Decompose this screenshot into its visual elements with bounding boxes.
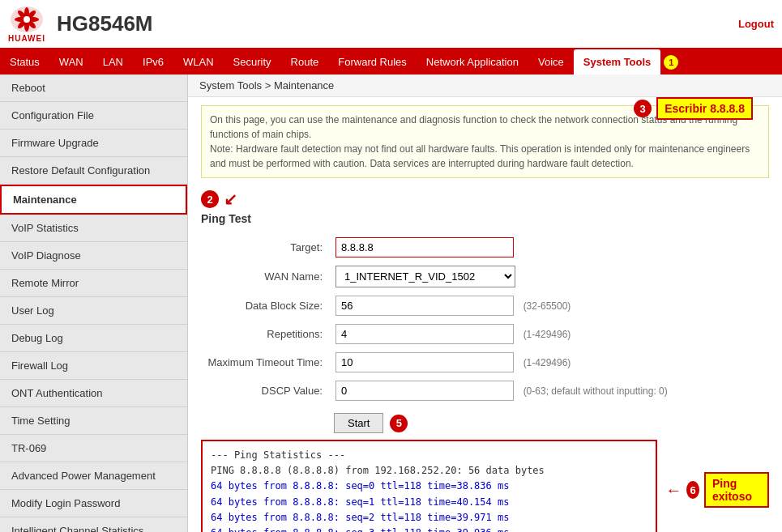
sidebar-item-voip-stats[interactable]: VoIP Statistics bbox=[0, 215, 187, 242]
nav-route[interactable]: Route bbox=[281, 49, 329, 74]
callout-5-badge: 5 bbox=[390, 415, 408, 432]
target-row: Target: bbox=[201, 233, 769, 262]
wan-name-label: WAN Name: bbox=[201, 262, 331, 292]
arrow-right-icon: ← bbox=[665, 481, 682, 500]
dscp-hint: (0-63; default without inputting: 0) bbox=[523, 385, 668, 397]
logout-button[interactable]: Logout bbox=[738, 18, 774, 30]
ping-output: --- Ping Statistics --- PING 8.8.8.8 (8.… bbox=[201, 440, 657, 532]
nav-badge: 1 bbox=[664, 55, 678, 70]
nav-network-app[interactable]: Network Application bbox=[417, 49, 528, 74]
sidebar-item-debug-log[interactable]: Debug Log bbox=[0, 325, 187, 352]
callout-3-badge: 3 bbox=[634, 100, 652, 117]
nav-wlan[interactable]: WLAN bbox=[173, 49, 224, 74]
nav-lan[interactable]: LAN bbox=[93, 49, 133, 74]
sidebar-item-power-mgmt[interactable]: Advanced Power Management bbox=[0, 462, 187, 490]
nav-security[interactable]: Security bbox=[224, 49, 281, 74]
arrow-down-icon: ↙ bbox=[224, 189, 237, 209]
sidebar-item-reboot[interactable]: Reboot bbox=[0, 74, 187, 102]
sidebar-item-user-log[interactable]: User Log bbox=[0, 297, 187, 325]
brand-name: HUAWEI bbox=[8, 34, 45, 43]
repetitions-hint: (1-429496) bbox=[523, 329, 571, 340]
wan-name-row: WAN Name: 1_INTERNET_R_VID_1502 1_TR069_… bbox=[201, 262, 769, 292]
sidebar-item-config-file[interactable]: Configuration File bbox=[0, 102, 187, 130]
sidebar-item-channel-stats[interactable]: Intelligent Channel Statistics bbox=[0, 517, 187, 532]
nav-wan[interactable]: WAN bbox=[49, 49, 93, 74]
callout-2-badge: 2 bbox=[201, 190, 219, 208]
huawei-logo-icon bbox=[9, 5, 45, 34]
callout-escribir: Escribir 8.8.8.8 bbox=[656, 97, 753, 120]
sidebar-item-restore[interactable]: Restore Default Configuration bbox=[0, 157, 187, 185]
callout-ping-exitoso: Ping exitoso bbox=[704, 472, 769, 508]
info-line4: and must be performed with caution. Data… bbox=[210, 158, 634, 169]
sidebar-item-voip-diagnose[interactable]: VoIP Diagnose bbox=[0, 242, 187, 270]
breadcrumb: System Tools > Maintenance bbox=[188, 74, 782, 97]
start-button[interactable]: Start bbox=[334, 413, 383, 433]
sidebar-item-remote-mirror[interactable]: Remote Mirror bbox=[0, 270, 187, 297]
sidebar-item-tr069[interactable]: TR-069 bbox=[0, 435, 187, 462]
info-line3: Note: Hardware fault detection may not f… bbox=[210, 143, 750, 155]
data-block-label: Data Block Size: bbox=[201, 292, 331, 320]
nav-status[interactable]: Status bbox=[0, 49, 49, 74]
info-line2: functions of main chips. bbox=[210, 129, 311, 140]
target-input[interactable] bbox=[335, 237, 514, 257]
callout-6-badge: 6 bbox=[686, 481, 699, 499]
dscp-label: DSCP Value: bbox=[201, 377, 331, 405]
nav-system-tools[interactable]: System Tools bbox=[574, 49, 661, 74]
main-content: System Tools > Maintenance On this page,… bbox=[188, 74, 782, 532]
repetitions-input[interactable] bbox=[335, 324, 514, 344]
header: HUAWEI HG8546M Logout bbox=[0, 0, 782, 49]
dscp-input[interactable] bbox=[335, 381, 514, 401]
timeout-hint: (1-429496) bbox=[523, 357, 571, 368]
nav-ipv6[interactable]: IPv6 bbox=[133, 49, 173, 74]
wan-name-select[interactable]: 1_INTERNET_R_VID_1502 1_TR069_R_VID_1503 bbox=[335, 266, 515, 287]
model-title: HG8546M bbox=[57, 11, 153, 36]
sidebar-item-maintenance[interactable]: Maintenance bbox=[0, 185, 187, 215]
sidebar: Reboot Configuration File Firmware Upgra… bbox=[0, 74, 188, 532]
nav-forward-rules[interactable]: Forward Rules bbox=[328, 49, 417, 74]
timeout-input[interactable] bbox=[335, 352, 514, 372]
target-label: Target: bbox=[201, 233, 331, 262]
svg-point-9 bbox=[24, 16, 30, 23]
nav-voice[interactable]: Voice bbox=[528, 49, 574, 74]
sidebar-item-modify-password[interactable]: Modify Login Password bbox=[0, 490, 187, 517]
page-layout: Reboot Configuration File Firmware Upgra… bbox=[0, 74, 782, 532]
sidebar-item-firewall-log[interactable]: Firewall Log bbox=[0, 352, 187, 380]
data-block-input[interactable] bbox=[335, 296, 514, 316]
header-left: HUAWEI HG8546M bbox=[8, 5, 153, 43]
repetitions-label: Repetitions: bbox=[201, 320, 331, 348]
ping-form: Target: WAN Name: 1_INTERNET_R_VID_1502 … bbox=[201, 233, 769, 405]
start-row: Start 5 bbox=[334, 413, 769, 433]
nav-bar: Status WAN LAN IPv6 WLAN Security Route … bbox=[0, 49, 782, 74]
callout-6-area: ← 6 Ping exitoso bbox=[665, 472, 769, 508]
sidebar-item-ont-auth[interactable]: ONT Authentication bbox=[0, 380, 187, 407]
sidebar-item-time-setting[interactable]: Time Setting bbox=[0, 407, 187, 435]
timeout-label: Maximum Timeout Time: bbox=[201, 348, 331, 377]
content-area: On this page, you can use the maintenanc… bbox=[188, 97, 782, 532]
timeout-row: Maximum Timeout Time: (1-429496) bbox=[201, 348, 769, 377]
repetitions-row: Repetitions: (1-429496) bbox=[201, 320, 769, 348]
ping-test-title: Ping Test bbox=[201, 212, 769, 225]
data-block-row: Data Block Size: (32-65500) bbox=[201, 292, 769, 320]
sidebar-item-firmware[interactable]: Firmware Upgrade bbox=[0, 130, 187, 157]
dscp-row: DSCP Value: (0-63; default without input… bbox=[201, 377, 769, 405]
ping-output-area: --- Ping Statistics --- PING 8.8.8.8 (8.… bbox=[201, 440, 769, 532]
data-block-hint: (32-65500) bbox=[523, 300, 571, 312]
logo-area: HUAWEI bbox=[8, 5, 45, 43]
